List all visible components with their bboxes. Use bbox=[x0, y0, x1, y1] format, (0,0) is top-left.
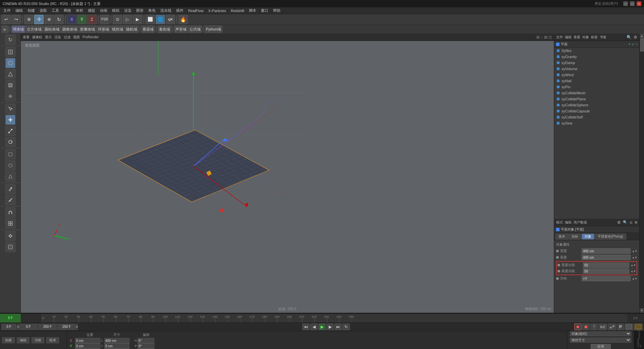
vp-camera-btn[interactable]: 摄像机 bbox=[32, 35, 42, 40]
left-mode-model[interactable] bbox=[5, 47, 15, 57]
auto-key-btn[interactable]: ⏺ bbox=[574, 323, 582, 330]
prop-input-direction[interactable] bbox=[582, 276, 631, 281]
cube-domain-btn[interactable]: 立方体域 bbox=[25, 26, 43, 33]
object-mode-btn[interactable]: PSR bbox=[100, 15, 109, 24]
random-domain-btn[interactable]: 随机域 bbox=[125, 26, 139, 33]
menu-item-动画[interactable]: 动画 bbox=[98, 8, 109, 13]
redo-button[interactable]: ↪ bbox=[11, 15, 21, 24]
syflex-item-collideself[interactable]: syCollideSelf bbox=[554, 114, 639, 120]
timeline-ruler[interactable]: 0 10 20 30 40 50 60 70 80 bbox=[42, 314, 627, 322]
menu-item-体积[interactable]: 体积 bbox=[74, 8, 85, 13]
coord-y-size[interactable] bbox=[104, 343, 129, 349]
python-domain-btn[interactable]: Python域 bbox=[205, 26, 222, 33]
menu-item-角色[interactable]: 角色 bbox=[146, 8, 158, 13]
cone-domain-btn[interactable]: 圆锥体域 bbox=[61, 26, 78, 33]
menu-item-RealFlow[interactable]: RealFlow bbox=[186, 8, 206, 13]
syflex-item-collidemesh[interactable]: syCollideMesh bbox=[554, 90, 639, 96]
props-mode-btn[interactable]: 模式 bbox=[556, 220, 563, 225]
left-tool-knife[interactable] bbox=[5, 195, 15, 205]
props-edit-btn[interactable]: 编辑 bbox=[565, 220, 572, 225]
extra-btn[interactable]: 🔥 bbox=[178, 15, 188, 24]
start-frame-input[interactable] bbox=[1, 324, 16, 330]
menu-item-选取[interactable]: 选取 bbox=[38, 8, 49, 13]
obj-check-icon[interactable]: ✓ bbox=[631, 42, 635, 47]
sound-domain-btn[interactable]: 声音域 bbox=[174, 26, 188, 33]
menu-item-流水线[interactable]: 流水线 bbox=[158, 8, 173, 13]
kf-calibrate-btn[interactable]: 校准 bbox=[46, 337, 59, 343]
prop-input-width[interactable] bbox=[582, 248, 631, 254]
render-btn[interactable]: ▶ bbox=[133, 15, 142, 24]
syflex-item-wind[interactable]: syWind bbox=[554, 72, 639, 78]
coord-h-rot[interactable] bbox=[138, 338, 154, 343]
scroll-thumb[interactable] bbox=[640, 38, 644, 52]
menu-item-图形[interactable]: 图形 bbox=[134, 8, 146, 13]
prop-arrow-width[interactable]: ▲▼ bbox=[632, 250, 637, 253]
syflex-item-collidecapsule[interactable]: syCollideCapsule bbox=[554, 108, 639, 114]
menu-item-编辑[interactable]: 编辑 bbox=[13, 8, 25, 13]
sphere-domain-btn[interactable]: 球体域 bbox=[11, 26, 25, 33]
viewport[interactable]: 透视视图 bbox=[21, 41, 554, 313]
left-tool-b[interactable] bbox=[5, 160, 15, 170]
props-settings-icon[interactable]: ⊞ bbox=[635, 220, 637, 224]
left-tool-paint[interactable] bbox=[5, 184, 15, 194]
vp-filter-btn[interactable]: 过滤 bbox=[64, 35, 70, 40]
syflex-item-sew[interactable]: sySew bbox=[554, 120, 639, 126]
menu-item-创建[interactable]: 创建 bbox=[25, 8, 37, 13]
menu-item-工具[interactable]: 工具 bbox=[50, 8, 61, 13]
end-frame-input[interactable] bbox=[38, 324, 57, 330]
close-button[interactable]: ✕ bbox=[637, 1, 641, 6]
y-axis-btn[interactable]: Y bbox=[77, 15, 87, 24]
kf-edit-btn[interactable]: 编辑 bbox=[17, 337, 30, 343]
vp-layout-btn[interactable]: ⊞ ↓ ⊠ ⊡ bbox=[536, 35, 552, 40]
toolbar2-btn1[interactable]: ▶ bbox=[1, 26, 9, 33]
next-frame-btn[interactable]: ▶ bbox=[326, 323, 334, 330]
scene-view-btn[interactable]: 查看 bbox=[574, 35, 580, 40]
syflex-item-nail[interactable]: syNail bbox=[554, 78, 639, 84]
syflex-item-pin[interactable]: syPin bbox=[554, 84, 639, 90]
vp-view-btn[interactable]: 查看 bbox=[23, 35, 30, 40]
syflex-item-collideplane[interactable]: syCollidePlane bbox=[554, 96, 639, 102]
prev-frame-btn[interactable]: ◀ bbox=[310, 323, 318, 330]
coord-y-pos[interactable] bbox=[75, 343, 100, 349]
left-tool-grid[interactable] bbox=[5, 218, 15, 229]
prop-input-height[interactable] bbox=[582, 255, 631, 260]
left-mode-2[interactable] bbox=[5, 58, 15, 68]
key-question-btn[interactable]: ? bbox=[590, 323, 598, 330]
move-button[interactable]: ✛ bbox=[34, 15, 44, 24]
viewer-domain-btn[interactable]: 看器域 bbox=[141, 26, 155, 33]
scene-search-icon[interactable]: 🔍 bbox=[627, 35, 632, 40]
vp-render-btn[interactable]: 渲染 bbox=[54, 35, 61, 40]
props-extra-icon[interactable]: ◎ bbox=[630, 220, 633, 224]
qr-btn[interactable]: QR bbox=[166, 15, 175, 24]
maximize-button[interactable]: □ bbox=[630, 1, 635, 6]
syflex-item-damp[interactable]: syDamp bbox=[554, 60, 639, 66]
tab-object[interactable]: 对象 bbox=[582, 234, 594, 240]
kf-create-btn[interactable]: 创建 bbox=[2, 337, 15, 343]
menu-item-网格[interactable]: 网格 bbox=[62, 8, 73, 13]
tab-basic[interactable]: 基本 bbox=[555, 234, 568, 240]
x-axis-btn[interactable]: X bbox=[67, 15, 76, 24]
formula-domain-btn[interactable]: 公式域 bbox=[188, 26, 202, 33]
undo-button[interactable]: ↩ bbox=[1, 15, 11, 24]
current-frame-input[interactable] bbox=[19, 324, 38, 330]
minimize-button[interactable]: ─ bbox=[623, 1, 628, 6]
live-select-button[interactable]: ⊕ bbox=[24, 15, 34, 24]
apply-button[interactable]: 应用 bbox=[591, 344, 611, 349]
menu-item-模拟[interactable]: 模拟 bbox=[110, 8, 121, 13]
scroll-arrow-up[interactable]: ▲ bbox=[640, 34, 644, 38]
left-mode-4[interactable] bbox=[5, 80, 15, 90]
go-end-btn[interactable]: ⏭ bbox=[334, 323, 342, 330]
render-region-btn[interactable]: ⊙ bbox=[113, 15, 122, 24]
shade-domain-btn[interactable]: 着色域 bbox=[158, 26, 171, 33]
torus-domain-btn[interactable]: 环形域 bbox=[97, 26, 110, 33]
left-scale-tool[interactable] bbox=[5, 126, 15, 136]
floor-btn[interactable]: ⬜ bbox=[146, 15, 155, 24]
prop-arrow-width-seg[interactable]: ▲▼ bbox=[631, 264, 636, 267]
scene-edit-btn[interactable]: 编辑 bbox=[565, 35, 572, 40]
linear-domain-btn[interactable]: 线性域 bbox=[111, 26, 124, 33]
left-tool-magnet[interactable] bbox=[5, 207, 15, 217]
props-search-icon[interactable]: 🔍 bbox=[623, 220, 628, 225]
play-btn[interactable]: ▶ bbox=[318, 323, 326, 330]
anim-mode-p[interactable]: P bbox=[617, 323, 624, 330]
anim-mode-1[interactable] bbox=[598, 323, 607, 330]
